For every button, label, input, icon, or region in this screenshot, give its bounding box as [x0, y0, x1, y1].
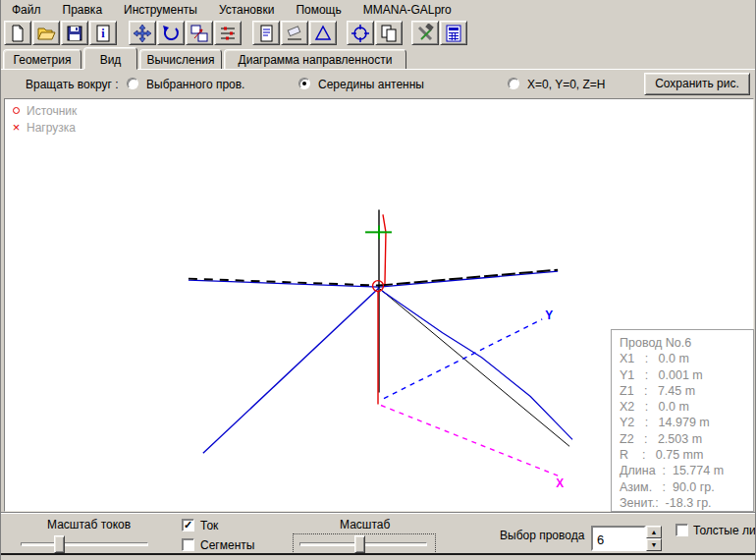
radio-antenna-middle-label[interactable]: Середины антенны	[318, 78, 424, 91]
axis-label-x: X	[556, 476, 564, 490]
tab-view[interactable]: Вид	[83, 47, 137, 70]
menu-item-4[interactable]: Установки	[208, 1, 285, 19]
segment-options-button[interactable]	[214, 21, 242, 45]
calculator-icon	[444, 24, 463, 43]
edit-wires-button[interactable]	[281, 21, 308, 45]
infobox-line: Z1 : 7.45 m	[620, 383, 753, 399]
currents-scale-slider[interactable]	[21, 542, 148, 546]
center-view-button[interactable]	[347, 21, 374, 45]
legend: Источник × Нагрузка	[11, 102, 77, 136]
window-bottom-edge	[1, 553, 756, 560]
radio-xyz-zero-label[interactable]: X=0, Y=0, Z=H	[527, 78, 606, 91]
wire-diag-left	[203, 288, 379, 453]
open-folder-icon	[36, 24, 56, 43]
move-view-button[interactable]	[129, 21, 156, 45]
info-button[interactable]: i	[89, 21, 117, 45]
wire-left-current	[189, 279, 379, 286]
target-icon	[351, 24, 370, 43]
save-button[interactable]	[61, 21, 88, 45]
infobox-line: Провод No.6	[620, 335, 753, 351]
wire-select-label: Выбор провода	[500, 529, 584, 542]
infobox-line: Длина : 15.774 m	[620, 463, 753, 478]
load-marker-icon: ×	[11, 123, 22, 132]
radio-selected-wire[interactable]	[127, 78, 138, 89]
tools-icon	[415, 24, 435, 43]
legend-load: × Нагрузка	[11, 119, 77, 136]
document-icon	[256, 24, 276, 43]
tab-calculations[interactable]: Вычисления	[139, 49, 222, 70]
legend-source-label: Источник	[27, 104, 77, 118]
menu-bar: ФайлПравкаИнструментыУстановкиПомощьMMAN…	[1, 0, 756, 20]
triangle-icon	[313, 24, 333, 43]
infobox-line: X1 : 0.0 m	[620, 351, 753, 366]
infobox-line: X2 : 0.0 m	[620, 399, 753, 415]
wire-select-input[interactable]	[591, 526, 646, 551]
rotate-icon	[161, 24, 181, 43]
currents-scale-label: Масштаб токов	[47, 518, 131, 532]
segments-checkbox-label[interactable]: Сегменты	[200, 538, 254, 552]
infobox-line: R : 0.75 mm	[620, 447, 753, 463]
scale-label: Масштаб	[340, 518, 390, 532]
triangle-button[interactable]	[309, 21, 337, 45]
source-marker-icon	[13, 107, 20, 114]
current-checkbox[interactable]: ✓	[182, 519, 194, 532]
infobox-line: Z2 : 2.503 m	[620, 431, 753, 447]
thick-lines-checkbox[interactable]: ✓	[675, 524, 688, 536]
tab-geometry[interactable]: Геометрия	[3, 49, 81, 70]
toolbar: i	[1, 20, 756, 47]
tab-pattern[interactable]: Диаграмма направленности	[224, 49, 406, 70]
options-button[interactable]	[411, 21, 439, 45]
radio-antenna-middle[interactable]	[298, 78, 310, 89]
eraser-icon	[285, 24, 304, 43]
rotate-view-button[interactable]	[157, 21, 185, 45]
new-file-button[interactable]	[4, 21, 31, 45]
segments-icon	[218, 24, 238, 43]
scale-window-icon	[189, 24, 209, 43]
radio-selected-wire-label[interactable]: Выбранного пров.	[146, 78, 244, 91]
menu-item-5[interactable]: Помощь	[285, 1, 351, 19]
wire-select-up-button[interactable]: ▲	[646, 526, 662, 538]
radio-xyz-zero[interactable]	[508, 78, 519, 89]
wire-right	[379, 271, 558, 287]
legend-load-label: Нагрузка	[27, 121, 76, 135]
menu-item-2[interactable]: Правка	[52, 1, 114, 19]
bottom-controls: Масштаб токов ✓ Ток ✓ Сегменты Масштаб В…	[1, 512, 756, 553]
infobox-line: Зенит.: -18.3 гр.	[620, 495, 753, 511]
menu-item-3[interactable]: Инструменты	[113, 1, 208, 19]
wire-list-button[interactable]	[252, 21, 280, 45]
rotate-around-label: Вращать вокруг :	[26, 78, 118, 91]
legend-source: Источник	[11, 102, 77, 119]
axis-x-dashed	[381, 406, 558, 476]
antenna-3d-view[interactable]: YX Источник × Нагрузка Провод No.6X1 : 0…	[4, 98, 754, 512]
calculate-button[interactable]	[440, 21, 467, 45]
wire-diag-right	[380, 289, 569, 446]
wire-right-current	[379, 270, 558, 286]
move-icon	[133, 24, 152, 43]
copy-image-button[interactable]	[375, 21, 403, 45]
infobox-line: Y1 : 0.001 m	[620, 367, 753, 383]
mast-current-upper	[383, 214, 386, 284]
infobox-line: Y2 : 14.979 m	[620, 415, 753, 430]
save-picture-button[interactable]: Сохранить рис.	[644, 73, 750, 95]
copy-icon	[379, 24, 399, 43]
app-window: ФайлПравкаИнструментыУстановкиПомощьMMAN…	[0, 0, 756, 560]
wire-select-down-button[interactable]: ▼	[646, 538, 662, 551]
menu-item-1[interactable]: Файл	[1, 1, 52, 19]
current-checkbox-label[interactable]: Ток	[200, 519, 218, 532]
scale-window-button[interactable]	[186, 21, 213, 45]
tab-bar: Геометрия Вид Вычисления Диаграмма напра…	[1, 47, 756, 70]
rotate-around-bar: Вращать вокруг : Выбранного пров. Середи…	[1, 70, 756, 98]
new-file-icon	[8, 24, 27, 43]
segments-checkbox[interactable]: ✓	[182, 538, 194, 551]
infobox-line: Азим. : 90.0 гр.	[620, 479, 753, 495]
wire-info-box: Провод No.6X1 : 0.0 mY1 : 0.001 mZ1 : 7.…	[611, 329, 754, 512]
save-icon	[65, 24, 84, 43]
axis-label-y: Y	[545, 308, 553, 322]
thick-lines-label[interactable]: Толстые линии	[693, 524, 756, 537]
open-button[interactable]	[32, 21, 60, 45]
info-icon: i	[93, 24, 113, 43]
scale-slider-thumb[interactable]	[354, 535, 365, 553]
currents-scale-slider-thumb[interactable]	[54, 535, 65, 553]
menu-item-6[interactable]: MMANA-GALpro	[352, 1, 462, 19]
